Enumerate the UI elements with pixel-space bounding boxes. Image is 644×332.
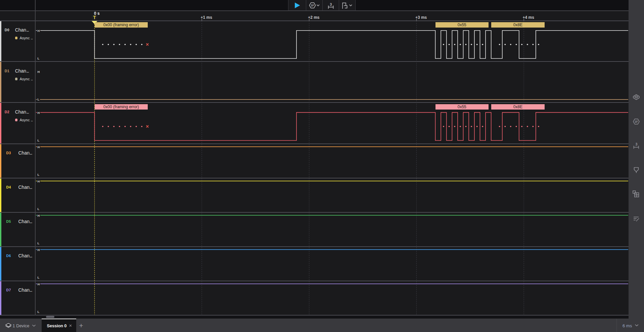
- svg-text:3: 3: [636, 142, 638, 146]
- svg-text:1F: 1F: [635, 120, 638, 123]
